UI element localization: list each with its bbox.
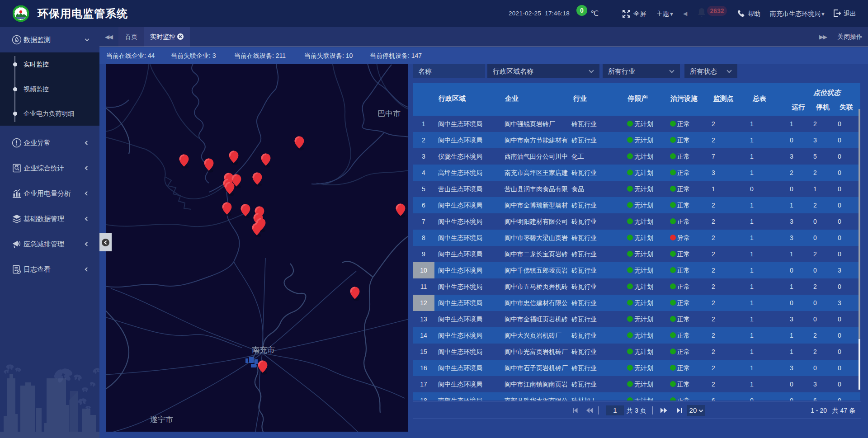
- svg-text:遂宁市: 遂宁市: [150, 415, 173, 424]
- svg-text:巴中市: 巴中市: [377, 109, 401, 118]
- svg-text:南充市: 南充市: [252, 346, 275, 354]
